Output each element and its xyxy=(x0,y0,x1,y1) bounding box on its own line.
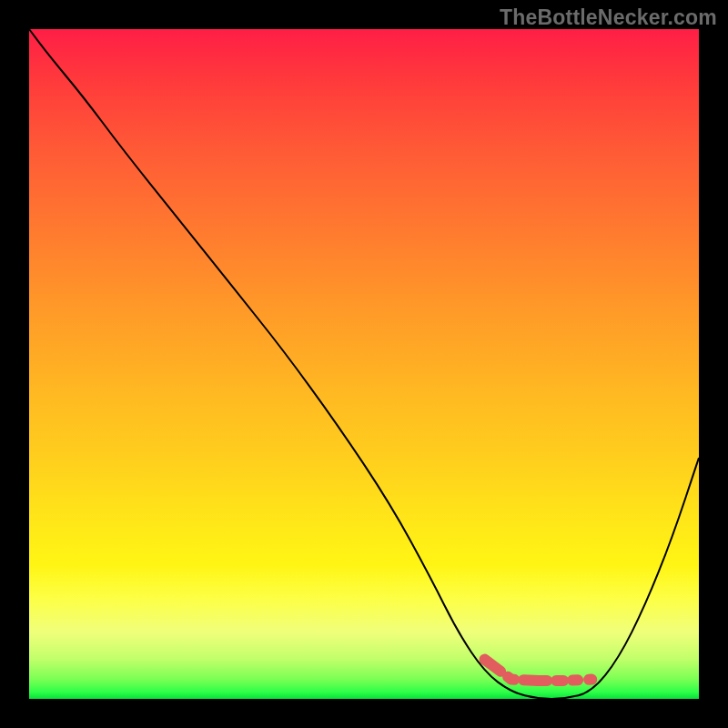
chart-frame: TheBottleNecker.com xyxy=(0,0,728,728)
plot-area xyxy=(29,29,699,699)
watermark-text: TheBottleNecker.com xyxy=(500,5,717,30)
optimal-range-highlight xyxy=(485,660,592,681)
bottleneck-curve xyxy=(29,29,699,699)
curve-layer xyxy=(29,29,699,699)
